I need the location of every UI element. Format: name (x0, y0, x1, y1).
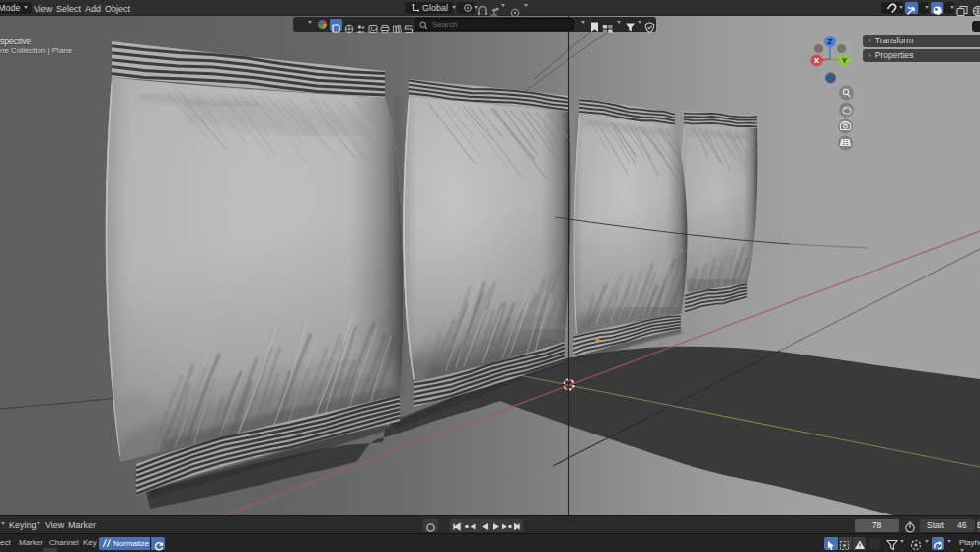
svg-text:Y: Y (842, 56, 848, 65)
svg-text:X: X (814, 56, 820, 65)
svg-text:Z: Z (828, 38, 833, 46)
